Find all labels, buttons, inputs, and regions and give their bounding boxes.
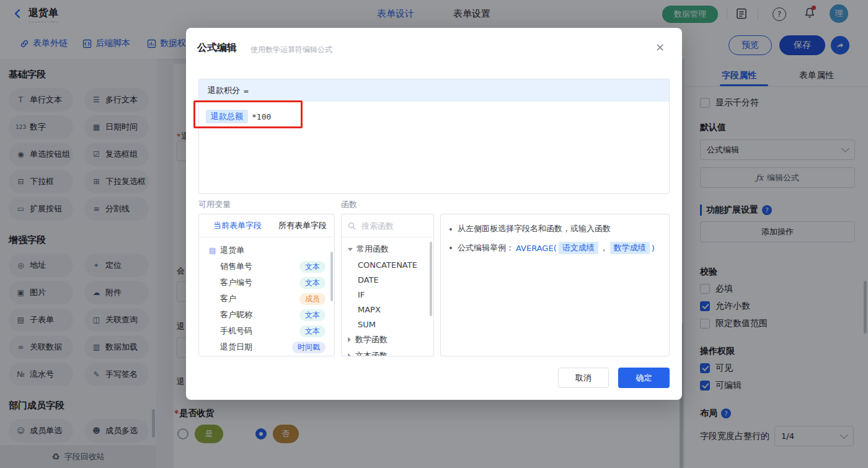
functions-box: 常用函数 CONCATENATE DATE IF MAPX SUM 数学函数 文… — [341, 214, 434, 356]
variable-row[interactable]: 销售单号 文本 — [199, 258, 334, 275]
variable-row[interactable]: 客户 成员 — [199, 291, 334, 307]
function-item[interactable]: IF — [342, 287, 433, 302]
type-badge: 时间戳 — [292, 342, 326, 353]
formula-target-row: 退款积分 = — [199, 79, 669, 102]
chevron-right-icon — [348, 353, 351, 356]
variable-row[interactable]: 退货日期 时间戳 — [199, 339, 334, 355]
function-item[interactable]: MAPX — [342, 302, 433, 317]
tab-current-form-fields[interactable]: 当前表单字段 — [213, 220, 262, 231]
formula-equals: = — [244, 86, 249, 95]
variable-row[interactable]: 客户昵称 文本 — [199, 307, 334, 323]
hint-line-1: 从左侧面板选择字段名和函数，或输入函数 — [441, 214, 669, 234]
close-icon[interactable]: ✕ — [655, 42, 665, 53]
chevron-down-icon — [348, 248, 353, 251]
variable-row[interactable]: 客户编号 文本 — [199, 275, 334, 291]
search-icon — [348, 222, 356, 230]
type-badge: 文本 — [299, 325, 326, 337]
hint-line-2: 公式编辑举例： AVERAGE( 语文成绩 ， 数学成绩 ) — [441, 234, 669, 254]
formula-edit-modal: 公式编辑 使用数学运算符编辑公式 ✕ 退款积分 = 退款总额 *100 可用变量… — [186, 28, 682, 400]
modal-subtitle: 使用数学运算符编辑公式 — [250, 45, 332, 55]
function-item[interactable]: DATE — [342, 272, 433, 287]
hint-box: 从左侧面板选择字段名和函数，或输入函数 公式编辑举例： AVERAGE( 语文成… — [440, 214, 670, 356]
function-group-text[interactable]: 文本函数 — [342, 348, 433, 356]
type-badge: 成员 — [299, 293, 326, 305]
form-doc-icon: ▤ — [209, 246, 216, 255]
example-chip-1: 语文成绩 — [559, 242, 598, 254]
formula-editor[interactable]: 退款积分 = 退款总额 *100 — [198, 79, 670, 194]
variables-label: 可用变量 — [198, 199, 231, 210]
variable-row[interactable]: 手机号码 文本 — [199, 323, 334, 339]
function-group-common[interactable]: 常用函数 — [342, 241, 433, 257]
functions-scrollbar[interactable] — [430, 242, 432, 316]
type-badge: 文本 — [299, 277, 326, 289]
tab-all-form-fields[interactable]: 所有表单字段 — [278, 220, 327, 231]
function-group-math[interactable]: 数学函数 — [342, 332, 433, 348]
type-badge: 文本 — [299, 261, 326, 273]
functions-label: 函数 — [341, 199, 357, 210]
modal-title: 公式编辑 — [197, 42, 237, 55]
type-badge: 文本 — [299, 309, 326, 321]
variables-root-row[interactable]: ▤ 退货单 — [199, 242, 334, 258]
cancel-button[interactable]: 取消 — [558, 368, 609, 388]
variables-box: 当前表单字段 所有表单字段 ▤ 退货单 销售单号 文本 客户编号 文本 客户 — [198, 214, 335, 356]
function-item[interactable]: SUM — [342, 317, 433, 332]
app-window: 退货单 表单设计 表单设置 数据管理 ? 理 表单外链 后端脚本 数据权 — [0, 0, 868, 468]
annotation-highlight-box — [193, 100, 303, 128]
bullet-icon — [450, 228, 452, 231]
function-search — [342, 214, 433, 237]
example-chip-2: 数学成绩 — [610, 242, 650, 254]
formula-target: 退款积分 — [208, 85, 240, 96]
function-item[interactable]: CONCATENATE — [342, 257, 433, 272]
bullet-icon — [450, 247, 452, 249]
chevron-right-icon — [348, 337, 351, 342]
variables-scrollbar[interactable] — [330, 252, 333, 301]
confirm-button[interactable]: 确定 — [618, 368, 670, 388]
example-function-name: AVERAGE( — [516, 244, 557, 253]
variables-tabs: 当前表单字段 所有表单字段 — [199, 214, 334, 237]
function-search-input[interactable] — [360, 221, 425, 231]
